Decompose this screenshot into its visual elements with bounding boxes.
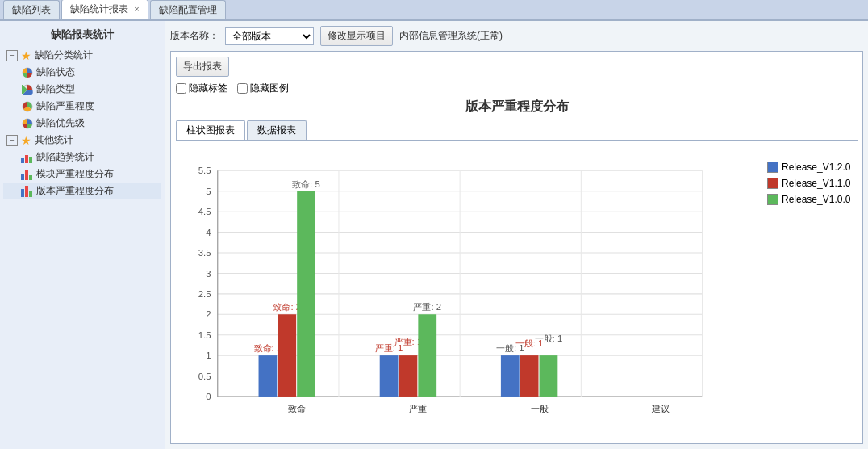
bar-severe-v120 [380, 355, 399, 397]
sidebar-label-trend: 缺陷趋势统计 [36, 150, 94, 164]
chart-svg: 5.5 5 4.5 4 3.5 [176, 145, 761, 439]
svg-text:4: 4 [206, 228, 211, 237]
content-area: 版本名称： 全部版本 修改显示项目 内部信息管理系统(正常) 导出报表 隐藏标签… [165, 21, 868, 449]
sidebar-item-version[interactable]: 版本严重程度分布 [3, 183, 161, 199]
label-fatal-v110: 致命: 2 [273, 302, 301, 312]
sidebar-label-version: 版本严重程度分布 [36, 184, 114, 198]
export-button[interactable]: 导出报表 [176, 57, 229, 77]
x-label-fatal: 致命 [288, 404, 306, 413]
header-row: 版本名称： 全部版本 修改显示项目 内部信息管理系统(正常) [170, 26, 863, 46]
tab-list[interactable]: 缺陷列表 [3, 0, 60, 19]
label-normal-v100: 一般: 1 [535, 334, 563, 343]
svg-text:5.5: 5.5 [198, 166, 211, 175]
legend-item-v110: Release_V1.1.0 [767, 178, 851, 189]
sidebar-item-priority[interactable]: 缺陷优先级 [3, 115, 161, 132]
sidebar-title: 缺陷报表统计 [3, 24, 161, 47]
legend-color-v100 [767, 194, 778, 205]
legend-label-v110: Release_V1.1.0 [782, 178, 850, 189]
bar-normal-v120 [501, 355, 520, 397]
hide-labels-input[interactable] [176, 83, 186, 94]
sidebar-label-module: 模块严重程度分布 [36, 167, 114, 181]
pie-icon-status [21, 66, 34, 79]
bar-fatal-v100 [297, 191, 315, 397]
bar-icon-version [21, 185, 34, 198]
tab-config[interactable]: 缺陷配置管理 [150, 0, 226, 19]
system-status: 内部信息管理系统(正常) [399, 29, 503, 43]
bar-severe-v110 [399, 355, 418, 397]
svg-text:0: 0 [206, 392, 211, 401]
bar-icon-module [21, 168, 34, 181]
pie-icon-severity [21, 100, 34, 113]
star-icon-other: ★ [19, 134, 32, 147]
sidebar-label-other: 其他统计 [35, 133, 73, 147]
main-container: 缺陷报表统计 − ★ 缺陷分类统计 缺陷状态 [0, 21, 868, 449]
hide-labels-checkbox[interactable]: 隐藏标签 [176, 82, 227, 95]
version-select[interactable]: 全部版本 [225, 27, 314, 45]
star-icon-classify: ★ [19, 49, 32, 62]
pie-icon-priority [21, 117, 34, 130]
svg-text:0.5: 0.5 [198, 371, 211, 381]
hide-legend-input[interactable] [237, 83, 248, 94]
chart-container: 5.5 5 4.5 4 3.5 [176, 145, 858, 439]
sub-tab-data[interactable]: 数据报表 [247, 120, 307, 140]
svg-text:2: 2 [206, 309, 211, 319]
legend-item-v120: Release_V1.2.0 [767, 162, 851, 173]
svg-text:5: 5 [206, 187, 211, 196]
chart-panel: 导出报表 隐藏标签 隐藏图例 版本严重程度分布 柱状图 [170, 51, 863, 444]
sidebar-label-priority: 缺陷优先级 [36, 116, 85, 130]
bar-fatal-v110 [278, 314, 296, 397]
sidebar-label-severity: 缺陷严重程度 [36, 99, 94, 113]
sidebar-item-trend[interactable]: 缺陷趋势统计 [3, 149, 161, 166]
legend-label-v120: Release_V1.2.0 [782, 162, 850, 173]
chart-options: 隐藏标签 隐藏图例 [176, 82, 858, 95]
bar-normal-v100 [540, 355, 558, 397]
edit-display-button[interactable]: 修改显示项目 [320, 26, 393, 46]
legend-item-v100: Release_V1.0.0 [767, 194, 851, 205]
sub-tabs: 柱状图报表 数据报表 [176, 120, 858, 141]
sidebar-label-type: 缺陷类型 [36, 82, 75, 96]
bar-icon-trend [21, 151, 34, 164]
sidebar-label-status: 缺陷状态 [36, 65, 75, 79]
label-severe-v100: 严重: 2 [413, 302, 441, 312]
hide-legend-checkbox[interactable]: 隐藏图例 [237, 82, 289, 95]
sidebar-item-classify[interactable]: − ★ 缺陷分类统计 [3, 47, 161, 64]
x-label-severe: 严重 [409, 404, 427, 413]
svg-text:1: 1 [206, 350, 211, 360]
x-label-normal: 一般 [531, 404, 549, 413]
chart-svg-area: 5.5 5 4.5 4 3.5 [176, 145, 761, 439]
bar-severe-v100 [418, 314, 436, 397]
bar-fatal-v120 [259, 355, 278, 397]
bar-normal-v110 [520, 355, 539, 397]
expand-other[interactable]: − [6, 135, 18, 146]
legend-label-v100: Release_V1.0.0 [782, 194, 850, 205]
version-label: 版本名称： [170, 29, 219, 43]
svg-text:3.5: 3.5 [198, 248, 211, 258]
sidebar-label-classify: 缺陷分类统计 [35, 48, 93, 62]
x-label-suggest: 建议 [651, 404, 670, 413]
chart-legend: Release_V1.2.0 Release_V1.1.0 Release_V1… [761, 145, 858, 439]
sidebar-item-status[interactable]: 缺陷状态 [3, 64, 161, 81]
pie-icon-type [21, 83, 34, 96]
tab-report[interactable]: 缺陷统计报表 × [61, 0, 148, 19]
chart-toolbar: 导出报表 [176, 57, 858, 77]
sidebar: 缺陷报表统计 − ★ 缺陷分类统计 缺陷状态 [0, 21, 165, 449]
chart-title: 版本严重程度分布 [176, 99, 858, 115]
sidebar-item-severity[interactable]: 缺陷严重程度 [3, 98, 161, 115]
expand-classify[interactable]: − [6, 50, 18, 61]
legend-color-v110 [767, 178, 778, 189]
label-fatal-v120: 致命: 1 [254, 343, 282, 353]
legend-color-v120 [767, 162, 778, 173]
sidebar-item-other[interactable]: − ★ 其他统计 [3, 132, 161, 149]
svg-text:4.5: 4.5 [198, 207, 211, 216]
close-tab-report[interactable]: × [134, 4, 139, 14]
tab-bar: 缺陷列表 缺陷统计报表 × 缺陷配置管理 [0, 0, 868, 21]
sidebar-item-type[interactable]: 缺陷类型 [3, 81, 161, 98]
label-fatal-v100: 致命: 5 [292, 179, 320, 189]
svg-text:1.5: 1.5 [198, 330, 211, 340]
sidebar-item-module[interactable]: 模块严重程度分布 [3, 166, 161, 183]
svg-text:3: 3 [206, 269, 211, 279]
label-severe-v110: 严重: 1 [394, 337, 423, 346]
svg-text:2.5: 2.5 [198, 289, 211, 299]
sub-tab-bar[interactable]: 柱状图报表 [176, 120, 245, 140]
